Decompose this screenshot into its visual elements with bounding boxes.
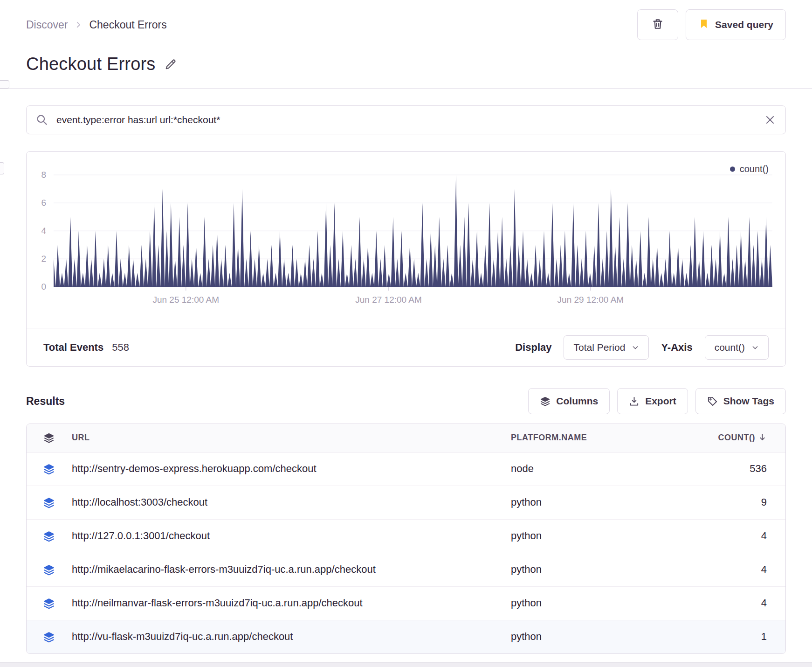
events-chart-panel: count() 02468Jun 25 12:00 AMJun 27 12:00… [26, 151, 786, 367]
url-cell[interactable]: http://localhost:3003/checkout [71, 486, 510, 519]
count-cell: 4 [697, 586, 785, 620]
chart-footer: Total Events 558 Display Total Period Y-… [27, 328, 785, 366]
layers-icon [43, 631, 55, 643]
table-row[interactable]: http://127.0.0.1:3001/checkoutpython4 [27, 519, 785, 553]
table-row[interactable]: http://neilmanvar-flask-errors-m3uuizd7i… [27, 586, 785, 620]
results-table-panel: URL PLATFORM.NAME COUNT() http://sentry-… [26, 424, 786, 654]
layers-icon [43, 432, 55, 444]
results-header: Results Columns Export Show Tags [26, 388, 786, 414]
url-cell[interactable]: http://127.0.0.1:3001/checkout [71, 519, 510, 553]
chart-legend[interactable]: count() [730, 164, 769, 174]
results-table-body: http://sentry-demos-express.herokuapp.co… [27, 452, 785, 653]
svg-text:4: 4 [41, 226, 46, 236]
columns-label: Columns [556, 396, 598, 407]
column-header-url[interactable]: URL [71, 424, 510, 452]
chevron-down-icon [751, 344, 759, 351]
table-row[interactable]: http://vu-flask-m3uuizd7iq-uc.a.run.app/… [27, 620, 785, 653]
table-row[interactable]: http://sentry-demos-express.herokuapp.co… [27, 452, 785, 486]
legend-label: count() [740, 164, 769, 174]
export-button[interactable]: Export [617, 388, 688, 414]
svg-text:2: 2 [41, 254, 46, 264]
bookmark-icon [698, 18, 709, 32]
url-cell[interactable]: http://vu-flask-m3uuizd7iq-uc.a.run.app/… [71, 620, 510, 653]
svg-text:8: 8 [41, 170, 46, 180]
layers-icon [540, 396, 551, 407]
page-title: Checkout Errors [26, 54, 156, 74]
table-header-row: URL PLATFORM.NAME COUNT() [27, 424, 785, 452]
layers-icon [43, 530, 55, 542]
tag-icon [707, 396, 718, 407]
layers-icon [43, 497, 55, 509]
show-tags-button[interactable]: Show Tags [695, 388, 786, 414]
yaxis-value: count() [715, 342, 745, 353]
chevron-right-icon [74, 21, 83, 29]
search-icon [35, 113, 48, 128]
edit-title-icon[interactable] [164, 58, 177, 71]
header-icon-cell [27, 424, 71, 452]
layers-icon [43, 463, 55, 475]
page-bottom-edge [0, 662, 812, 667]
table-row[interactable]: http://localhost:3003/checkoutpython9 [27, 486, 785, 519]
count-cell: 4 [697, 553, 785, 586]
svg-text:6: 6 [41, 198, 46, 208]
breadcrumb-current: Checkout Errors [89, 19, 166, 31]
legend-dot [730, 167, 735, 172]
total-events-value: 558 [112, 341, 129, 354]
total-events-label: Total Events [43, 341, 103, 354]
chevron-down-icon [632, 344, 639, 351]
platform-cell: python [510, 486, 697, 519]
url-cell[interactable]: http://sentry-demos-express.herokuapp.co… [71, 452, 510, 486]
header-actions: Saved query [637, 9, 786, 40]
count-cell: 9 [697, 486, 785, 519]
column-header-count[interactable]: COUNT() [697, 424, 785, 452]
layers-icon [43, 598, 55, 610]
yaxis-dropdown[interactable]: count() [705, 335, 769, 360]
show-tags-label: Show Tags [723, 396, 774, 407]
table-row[interactable]: http://mikaelacarino-flask-errors-m3uuiz… [27, 553, 785, 586]
search-input[interactable] [26, 105, 786, 134]
breadcrumb: Discover Checkout Errors [26, 19, 167, 31]
display-label: Display [515, 341, 551, 354]
download-icon [629, 396, 640, 407]
results-heading: Results [26, 395, 65, 408]
svg-text:0: 0 [41, 282, 46, 292]
yaxis-label: Y-Axis [661, 341, 692, 354]
trash-icon [652, 18, 664, 32]
platform-cell: python [510, 553, 697, 586]
saved-query-label: Saved query [715, 19, 773, 30]
results-table: URL PLATFORM.NAME COUNT() http://sentry-… [27, 424, 785, 653]
saved-query-button[interactable]: Saved query [686, 9, 786, 40]
layers-icon [43, 564, 55, 576]
columns-button[interactable]: Columns [528, 388, 610, 414]
url-cell[interactable]: http://neilmanvar-flask-errors-m3uuizd7i… [71, 586, 510, 620]
top-bar: Discover Checkout Errors Saved query [26, 9, 786, 40]
panel-drag-handle[interactable] [0, 162, 4, 174]
count-cell: 536 [697, 452, 785, 486]
count-cell: 4 [697, 519, 785, 553]
header-divider [0, 88, 812, 89]
count-cell: 1 [697, 620, 785, 653]
title-row: Checkout Errors [26, 54, 786, 74]
svg-text:Jun 25 12:00 AM: Jun 25 12:00 AM [152, 295, 219, 305]
sort-descending-icon [758, 433, 767, 442]
clear-search-icon[interactable] [764, 114, 776, 127]
events-area-chart: 02468Jun 25 12:00 AMJun 27 12:00 AMJun 2… [27, 152, 785, 328]
delete-query-button[interactable] [637, 9, 678, 40]
display-dropdown[interactable]: Total Period [564, 335, 649, 360]
search-bar [26, 105, 786, 134]
url-cell[interactable]: http://mikaelacarino-flask-errors-m3uuiz… [71, 553, 510, 586]
sidebar-collapse-handle[interactable] [0, 80, 9, 89]
platform-cell: node [510, 452, 697, 486]
svg-text:Jun 29 12:00 AM: Jun 29 12:00 AM [557, 295, 624, 305]
display-value: Total Period [573, 342, 625, 353]
export-label: Export [645, 396, 676, 407]
platform-cell: python [510, 519, 697, 553]
breadcrumb-discover-link[interactable]: Discover [26, 19, 68, 31]
platform-cell: python [510, 620, 697, 653]
column-header-platform[interactable]: PLATFORM.NAME [510, 424, 697, 452]
platform-cell: python [510, 586, 697, 620]
svg-text:Jun 27 12:00 AM: Jun 27 12:00 AM [355, 295, 422, 305]
